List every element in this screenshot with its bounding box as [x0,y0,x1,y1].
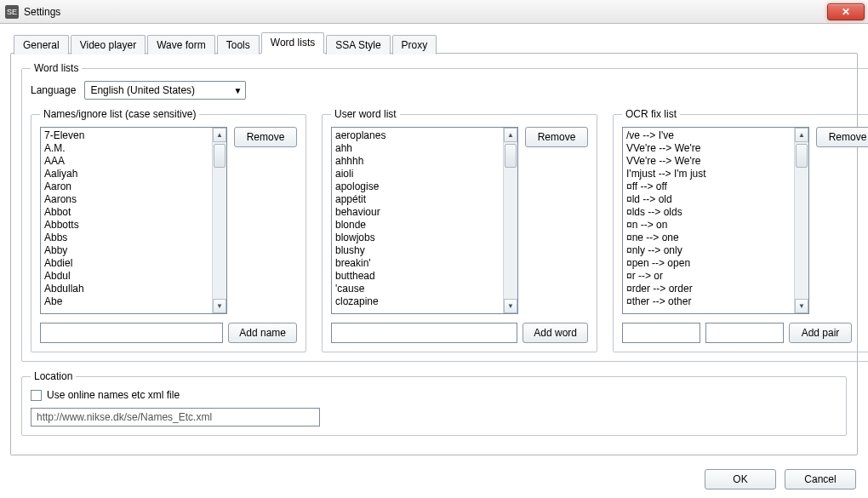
add-word-button[interactable]: Add word [523,323,588,343]
scroll-thumb[interactable] [505,144,517,168]
language-select-value: English (United States) [90,84,195,96]
scroll-down-icon[interactable]: ▼ [795,299,808,313]
scroll-track[interactable] [213,142,226,299]
ok-button[interactable]: OK [705,469,776,489]
scroll-track[interactable] [795,142,808,299]
scroll-down-icon[interactable]: ▼ [504,299,517,313]
tab-tools[interactable]: Tools [217,35,260,54]
names-listbox[interactable]: 7-Eleven A.M. AAA Aaliyah Aaron Aarons A… [40,127,227,314]
names-group-label: Names/ignore list (case sensitive) [40,108,199,120]
tab-ssa-style[interactable]: SSA Style [326,35,390,54]
wordlists-group-label: Word lists [31,62,82,74]
userwords-listbox[interactable]: aeroplanes ahh ahhhh aioli apologise app… [331,127,518,314]
tab-wave-form[interactable]: Wave form [147,35,215,54]
ocrfix-remove-button[interactable]: Remove [816,127,868,147]
app-icon: SE [5,5,19,19]
ocrfix-group-label: OCR fix list [622,108,680,120]
tab-video-player[interactable]: Video player [71,35,146,54]
ocrfix-group: OCR fix list /ve --> I've VVe're --> We'… [613,108,868,352]
names-list-items: 7-Eleven A.M. AAA Aaliyah Aaron Aarons A… [41,128,212,313]
scroll-thumb[interactable] [214,144,226,168]
scroll-track[interactable] [504,142,517,299]
scroll-up-icon[interactable]: ▲ [795,128,808,142]
location-group: Location Use online names etc xml file h… [21,370,847,436]
add-name-button[interactable]: Add name [228,323,297,343]
userwords-list-items: aeroplanes ahh ahhhh aioli apologise app… [332,128,503,313]
tab-proxy[interactable]: Proxy [392,35,437,54]
titlebar: SE Settings ✕ [0,0,868,24]
scroll-up-icon[interactable]: ▲ [213,128,226,142]
use-online-names-label: Use online names etc xml file [47,389,180,401]
ocrfix-from-input[interactable] [622,323,700,343]
window-title: Settings [24,6,827,18]
dialog-footer: OK Cancel [705,469,856,489]
userwords-group: User word list aeroplanes ahh ahhhh aiol… [322,108,597,352]
location-group-label: Location [31,370,76,382]
chevron-down-icon: ▼ [233,86,242,95]
names-group: Names/ignore list (case sensitive) 7-Ele… [31,108,306,352]
names-scrollbar[interactable]: ▲ ▼ [212,128,226,313]
language-select[interactable]: English (United States) ▼ [84,81,246,100]
names-add-input[interactable] [40,323,223,343]
ocrfix-list-items: /ve --> I've VVe're --> We're VVe're -->… [623,128,794,313]
wordlists-group: Word lists Language English (United Stat… [21,62,868,362]
online-names-url-field[interactable]: http://www.nikse.dk/se/Names_Etc.xml [31,408,320,426]
tab-bar: General Video player Wave form Tools Wor… [10,32,858,54]
names-remove-button[interactable]: Remove [234,127,297,147]
close-button[interactable]: ✕ [827,3,865,20]
ocrfix-listbox[interactable]: /ve --> I've VVe're --> We're VVe're -->… [622,127,809,314]
userwords-group-label: User word list [331,108,400,120]
userwords-add-input[interactable] [331,323,517,343]
tab-general[interactable]: General [14,35,69,54]
cancel-button[interactable]: Cancel [785,469,856,489]
close-icon: ✕ [842,6,850,18]
add-pair-button[interactable]: Add pair [789,323,852,343]
use-online-names-checkbox[interactable] [31,390,42,401]
ocrfix-to-input[interactable] [705,323,784,343]
scroll-thumb[interactable] [796,144,808,168]
scroll-up-icon[interactable]: ▲ [504,128,517,142]
userwords-scrollbar[interactable]: ▲ ▼ [503,128,517,313]
language-label: Language [31,84,76,96]
ocrfix-scrollbar[interactable]: ▲ ▼ [794,128,808,313]
userwords-remove-button[interactable]: Remove [525,127,588,147]
window-content: General Video player Wave form Tools Wor… [0,24,868,462]
tab-panel-word-lists: Word lists Language English (United Stat… [10,53,858,455]
tab-word-lists[interactable]: Word lists [261,32,324,54]
scroll-down-icon[interactable]: ▼ [213,299,226,313]
